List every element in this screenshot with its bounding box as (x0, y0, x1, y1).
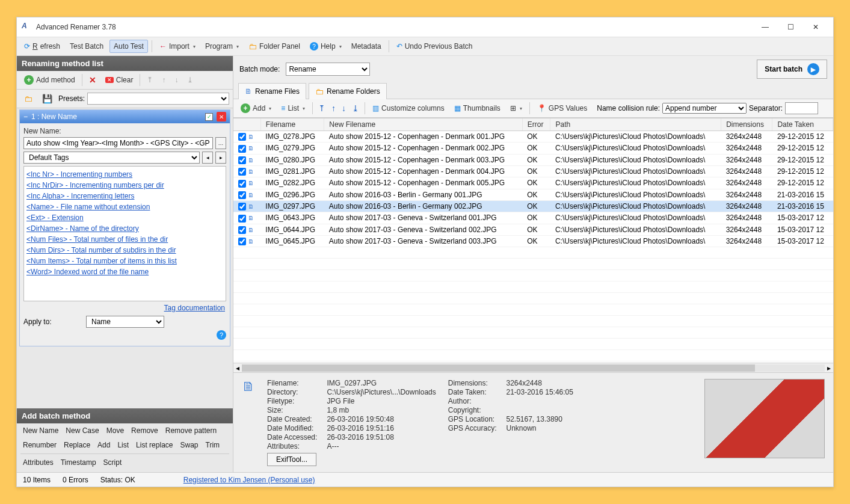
column-dimensions[interactable]: Dimensions (721, 118, 772, 131)
addbatch-list-replace[interactable]: List replace (134, 440, 175, 450)
maximize-button[interactable]: ☐ (778, 19, 803, 35)
tag-link[interactable]: <Num Files> - Total number of files in t… (26, 234, 223, 245)
table-row[interactable]: 🗎IMG_0297.JPGAuto show 2016-03 - Berlin … (233, 200, 833, 212)
row-checkbox[interactable] (238, 145, 246, 153)
addbatch-trim[interactable]: Trim (203, 440, 223, 450)
column-date-taken[interactable]: Date Taken (772, 118, 833, 131)
new-name-input[interactable] (23, 137, 213, 149)
table-row[interactable]: 🗎IMG_0643.JPGAuto show 2017-03 - Geneva … (233, 212, 833, 224)
addbatch-new-name[interactable]: New Name (20, 425, 61, 436)
separator-input[interactable] (785, 102, 818, 114)
customize-columns-button[interactable]: ▥Customize columns (369, 102, 448, 114)
table-row[interactable]: 🗎IMG_0282.JPGAuto show 2015-12 - Copenha… (233, 177, 833, 189)
move-top-button[interactable]: ⤒ (316, 103, 327, 113)
tag-documentation-link[interactable]: Tag documentation (164, 304, 225, 312)
batch-mode-select[interactable]: Rename (286, 63, 370, 76)
addbatch-add[interactable]: Add (95, 440, 112, 450)
addbatch-move[interactable]: Move (104, 425, 126, 436)
refresh-button[interactable]: ⟳RRefreshefresh (20, 40, 64, 52)
grid-list-button[interactable]: ≡List▾ (277, 102, 309, 114)
addbatch-remove-pattern[interactable]: Remove pattern (163, 425, 219, 436)
add-method-button[interactable]: +Add method (20, 73, 79, 87)
clear-methods-button[interactable]: ✕Clear (102, 74, 137, 86)
column-error[interactable]: Error (522, 118, 550, 131)
move-down-button[interactable]: ↓ (340, 103, 348, 113)
exiftool-button[interactable]: ExifTool... (267, 453, 316, 466)
row-checkbox[interactable] (238, 133, 246, 141)
row-checkbox[interactable] (238, 156, 246, 164)
folder-panel-button[interactable]: 🗀Folder Panel (245, 40, 304, 53)
test-batch-button[interactable]: Test Batch (66, 40, 107, 52)
save-preset-button[interactable]: 💾 (38, 92, 56, 105)
table-row[interactable]: 🗎IMG_0644.JPGAuto show 2017-03 - Geneva … (233, 224, 833, 235)
move-up-button[interactable]: ↑ (158, 74, 169, 86)
tag-link[interactable]: <Num Dirs> - Total number of subdirs in … (26, 245, 223, 256)
row-checkbox[interactable] (238, 191, 246, 199)
row-checkbox[interactable] (238, 203, 246, 211)
horizontal-scrollbar[interactable]: ◂▸ (233, 363, 833, 372)
new-name-more-button[interactable]: … (215, 137, 226, 149)
move-top-button[interactable]: ⤒ (143, 74, 156, 86)
table-row[interactable]: 🗎IMG_0645.JPGAuto show 2017-03 - Geneva … (233, 235, 833, 247)
gps-values-button[interactable]: 📍GPS Values (534, 102, 591, 114)
presets-select[interactable] (87, 93, 229, 105)
tag-link[interactable]: <Inc Nr> - Incrementing numbers (26, 169, 223, 180)
name-collision-select[interactable]: Append number (662, 103, 747, 114)
tag-link[interactable]: <Ext> - Extension (26, 212, 223, 223)
minimize-button[interactable]: — (753, 19, 778, 35)
help-button[interactable]: ?Help▾ (306, 40, 345, 52)
column-path[interactable]: Path (550, 118, 721, 131)
open-preset-button[interactable]: 🗀 (20, 92, 36, 105)
addbatch-replace[interactable]: Replace (61, 440, 93, 450)
collapse-icon[interactable]: − (23, 112, 28, 121)
file-grid[interactable]: FilenameNew FilenameErrorPathDimensionsD… (233, 118, 833, 363)
tag-link[interactable]: <DirName> - Name of the directory (26, 223, 223, 234)
tags-next-button[interactable]: ▸ (215, 152, 226, 164)
apply-to-select[interactable]: Name (86, 316, 164, 328)
table-row[interactable]: 🗎IMG_0296.JPGAuto show 2016-03 - Berlin … (233, 189, 833, 200)
grid-size-button[interactable]: ⊞▾ (507, 102, 526, 114)
row-checkbox[interactable] (238, 238, 246, 245)
column-filename[interactable]: Filename (260, 118, 324, 131)
metadata-button[interactable]: Metadata (348, 40, 385, 52)
grid-add-button[interactable]: +Add▾ (237, 102, 275, 115)
table-row[interactable]: 🗎IMG_0281.JPGAuto show 2015-12 - Copenha… (233, 165, 833, 177)
tag-link[interactable]: <Num Items> - Total number of items in t… (26, 256, 223, 266)
addbatch-swap[interactable]: Swap (177, 440, 200, 450)
move-bottom-button[interactable]: ⤓ (350, 103, 361, 113)
row-checkbox[interactable] (238, 168, 246, 176)
method-help-button[interactable]: ? (217, 330, 226, 340)
table-row[interactable]: 🗎IMG_0278.JPGAuto show 2015-12 - Copenha… (233, 131, 833, 143)
method-close-button[interactable]: ✕ (217, 112, 226, 121)
row-checkbox[interactable] (238, 226, 246, 234)
remove-method-button[interactable]: ✕ (85, 73, 100, 87)
tag-link[interactable]: <Word> Indexed word of the file name (26, 266, 223, 277)
undo-button[interactable]: ↶Undo Previous Batch (393, 40, 476, 52)
move-down-button[interactable]: ↓ (171, 74, 182, 86)
tab-rename-folders[interactable]: 🗀Rename Folders (309, 83, 387, 99)
program-button[interactable]: Program▾ (202, 40, 242, 52)
registered-link[interactable]: Registered to Kim Jensen (Personal use) (183, 476, 315, 484)
addbatch-new-case[interactable]: New Case (63, 425, 101, 436)
tag-link[interactable]: <Inc Alpha> - Incrementing letters (26, 191, 223, 201)
addbatch-attributes[interactable]: Attributes (20, 457, 56, 468)
move-up-button[interactable]: ↑ (330, 103, 337, 113)
method-enabled-checkbox[interactable]: ✓ (205, 113, 213, 121)
import-button[interactable]: ←Import▾ (156, 40, 199, 52)
addbatch-remove[interactable]: Remove (129, 425, 161, 436)
thumbnails-button[interactable]: ▦Thumbnails (451, 102, 504, 114)
row-checkbox[interactable] (238, 215, 246, 223)
auto-test-button[interactable]: Auto Test (109, 40, 148, 53)
tags-category-select[interactable]: Default Tags (23, 152, 200, 164)
addbatch-renumber[interactable]: Renumber (20, 440, 59, 450)
row-checkbox[interactable] (238, 180, 246, 188)
tag-list[interactable]: <Inc Nr> - Incrementing numbers<Inc NrDi… (23, 166, 226, 301)
addbatch-list[interactable]: List (115, 440, 131, 450)
tag-link[interactable]: <Inc NrDir> - Incrementing numbers per d… (26, 180, 223, 191)
tab-rename-files[interactable]: 🗎Rename Files (238, 83, 306, 99)
method-item-header[interactable]: − 1 : New Name ✓ ✕ (20, 110, 230, 123)
table-row[interactable]: 🗎IMG_0280.JPGAuto show 2015-12 - Copenha… (233, 154, 833, 165)
start-batch-button[interactable]: Start batch ▶ (757, 60, 827, 79)
addbatch-timestamp[interactable]: Timestamp (58, 457, 99, 468)
addbatch-script[interactable]: Script (101, 457, 125, 468)
